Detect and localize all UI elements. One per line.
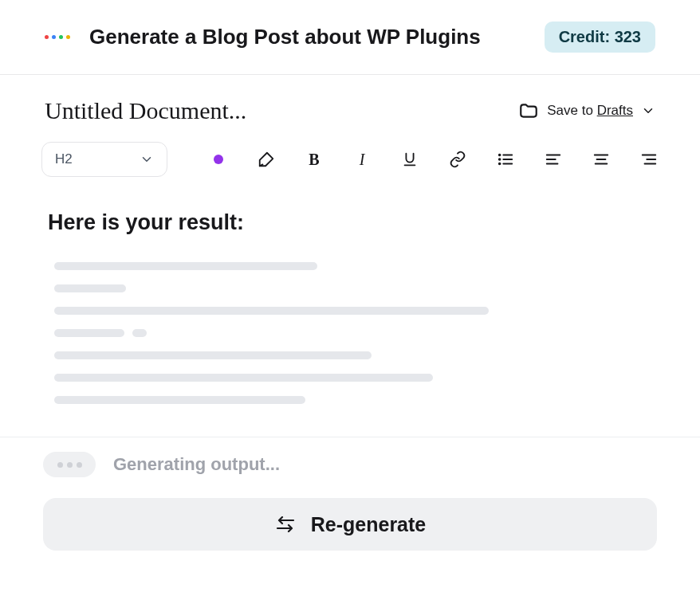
bold-icon: B: [309, 151, 319, 169]
editor-content: Here is your result:: [0, 191, 700, 404]
generating-row: Generating output...: [43, 452, 657, 477]
result-heading: Here is your result:: [48, 210, 652, 235]
save-label: Save to Drafts: [547, 103, 633, 119]
document-title[interactable]: Untitled Document...: [45, 97, 246, 124]
svg-point-5: [499, 159, 501, 160]
regenerate-button[interactable]: Re-generate: [43, 498, 657, 551]
footer-bar: Generating output... Re-generate: [0, 437, 700, 551]
toolbar-icons: B I: [209, 150, 659, 169]
page-title: Generate a Blog Post about WP Plugins: [89, 25, 481, 49]
folder-icon: [518, 100, 539, 121]
align-center-icon: [592, 151, 610, 168]
editor-toolbar: H2 B I: [0, 137, 700, 191]
document-header: Untitled Document... Save to Drafts: [0, 75, 700, 137]
underline-button[interactable]: [400, 150, 419, 169]
save-prefix: Save to: [547, 103, 596, 118]
text-color-button[interactable]: [209, 150, 228, 169]
generating-label: Generating output...: [113, 454, 280, 475]
bold-button[interactable]: B: [305, 150, 324, 169]
svg-point-6: [499, 163, 501, 165]
italic-icon: I: [360, 151, 365, 169]
placeholder-line: [54, 351, 372, 359]
credit-badge: Credit: 323: [545, 22, 655, 53]
placeholder-line: [54, 396, 305, 404]
placeholder-line: [54, 374, 433, 382]
bullet-list-button[interactable]: [496, 150, 515, 169]
italic-button[interactable]: I: [352, 150, 372, 169]
loading-placeholder: [48, 262, 652, 404]
align-center-button[interactable]: [592, 150, 611, 169]
link-icon: [449, 151, 466, 168]
align-left-icon: [545, 151, 562, 168]
loading-dots-icon: [43, 452, 96, 477]
link-button[interactable]: [448, 150, 467, 169]
align-right-button[interactable]: [639, 150, 659, 169]
align-left-button[interactable]: [544, 150, 563, 169]
top-bar: Generate a Blog Post about WP Plugins Cr…: [0, 0, 700, 75]
swap-icon: [274, 516, 297, 532]
placeholder-line: [54, 262, 317, 270]
highlighter-icon: [258, 151, 275, 168]
heading-value: H2: [55, 151, 73, 167]
underline-icon: [401, 151, 419, 168]
highlight-button[interactable]: [257, 150, 276, 169]
align-right-icon: [640, 151, 658, 168]
placeholder-line: [54, 307, 489, 315]
logo-icon: [45, 35, 70, 39]
save-to-drafts-button[interactable]: Save to Drafts: [518, 100, 655, 121]
regenerate-label: Re-generate: [311, 513, 427, 536]
placeholder-line: [54, 284, 126, 292]
svg-point-4: [499, 155, 501, 156]
heading-select[interactable]: H2: [41, 142, 167, 177]
chevron-down-icon: [641, 104, 655, 118]
list-icon: [497, 151, 514, 168]
color-dot-icon: [214, 155, 223, 164]
chevron-down-icon: [140, 152, 154, 167]
save-target: Drafts: [597, 103, 633, 118]
placeholder-line: [54, 329, 652, 337]
top-bar-left: Generate a Blog Post about WP Plugins: [45, 25, 481, 49]
